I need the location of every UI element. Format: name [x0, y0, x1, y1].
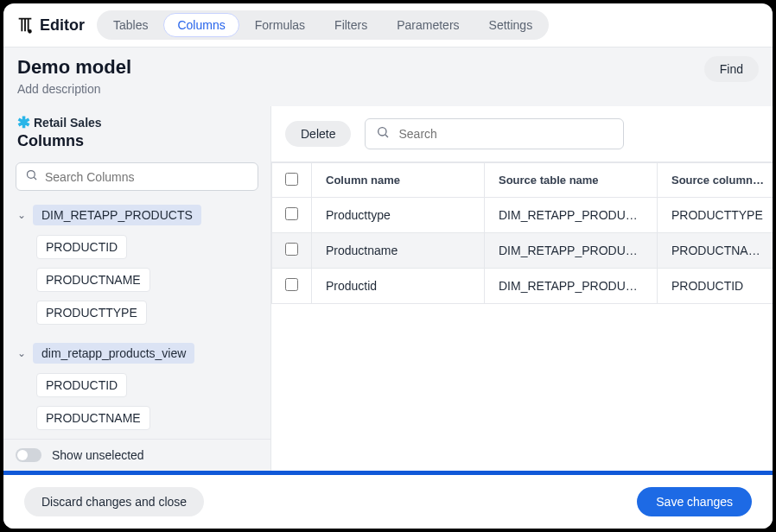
cell-column-name: Producttype — [312, 198, 485, 233]
search-icon — [25, 168, 38, 185]
table-row[interactable]: Producttype DIM_RETAPP_PRODUC... PRODUCT… — [272, 198, 773, 233]
cell-source-column: PRODUCTNAME — [658, 233, 773, 269]
tree-group-label[interactable]: DIM_RETAPP_PRODUCTS — [33, 205, 201, 225]
svg-line-4 — [385, 135, 388, 137]
svg-point-1 — [28, 171, 35, 179]
nav-tabs: Tables Columns Formulas Filters Paramete… — [97, 10, 549, 40]
sidebar-search[interactable] — [16, 162, 258, 191]
select-all-checkbox[interactable] — [285, 173, 298, 186]
col-header-source-column[interactable]: Source column name — [658, 163, 773, 198]
cell-source-table: DIM_RETAPP_PRODUC... — [485, 198, 658, 233]
tree-leaf[interactable]: PRODUCTID — [36, 373, 127, 397]
row-checkbox[interactable] — [285, 243, 298, 256]
chevron-down-icon: ⌄ — [16, 209, 28, 221]
app-logo: Editor — [16, 16, 85, 35]
tree-leaf[interactable]: PRODUCTID — [36, 235, 127, 259]
col-header-name[interactable]: Column name — [312, 163, 485, 198]
sidebar-title: Columns — [17, 132, 257, 150]
delete-button[interactable]: Delete — [285, 121, 351, 147]
tab-filters[interactable]: Filters — [321, 13, 381, 37]
datasource-name: Retail Sales — [34, 116, 102, 130]
model-description[interactable]: Add description — [17, 82, 131, 96]
show-unselected-toggle[interactable] — [16, 448, 41, 462]
chevron-down-icon: ⌄ — [16, 347, 28, 359]
tab-settings[interactable]: Settings — [475, 13, 547, 37]
cell-source-column: PRODUCTTYPE — [658, 198, 773, 233]
datasource-label: ✱ Retail Sales — [17, 115, 257, 130]
svg-point-0 — [29, 30, 31, 33]
cell-column-name: Productid — [312, 269, 485, 304]
save-button[interactable]: Save changes — [637, 487, 752, 516]
table-row[interactable]: Productname DIM_RETAPP_PRODUC... PRODUCT… — [272, 233, 773, 269]
row-checkbox[interactable] — [285, 207, 298, 220]
discard-button[interactable]: Discard changes and close — [24, 487, 204, 516]
table-row[interactable]: Productid DIM_RETAPP_PRODUC... PRODUCTID — [272, 269, 773, 304]
find-button[interactable]: Find — [704, 56, 759, 82]
tab-parameters[interactable]: Parameters — [383, 13, 473, 37]
cell-source-table: DIM_RETAPP_PRODUC... — [485, 233, 658, 269]
svg-line-2 — [34, 177, 36, 180]
tree-group-label[interactable]: dim_retapp_products_view — [33, 343, 194, 364]
tab-tables[interactable]: Tables — [99, 13, 162, 37]
tree-group[interactable]: ⌄ dim_retapp_products_view — [16, 343, 262, 364]
tree-leaf[interactable]: PRODUCTNAME — [36, 268, 150, 292]
logo-icon — [16, 16, 35, 35]
tab-formulas[interactable]: Formulas — [241, 13, 319, 37]
cell-source-table: DIM_RETAPP_PRODUC... — [485, 269, 658, 304]
cell-source-column: PRODUCTID — [658, 269, 773, 304]
tree-group[interactable]: ⌄ DIM_RETAPP_PRODUCTS — [16, 205, 262, 225]
cell-column-name: Productname — [312, 233, 485, 269]
svg-point-3 — [378, 128, 386, 136]
tree-leaf[interactable]: PRODUCTNAME — [36, 406, 150, 430]
app-title: Editor — [40, 16, 85, 35]
snowflake-icon: ✱ — [17, 115, 30, 130]
search-icon — [376, 125, 390, 142]
content-search[interactable] — [365, 118, 624, 149]
show-unselected-label: Show unselected — [52, 448, 144, 462]
content-search-input[interactable] — [398, 127, 613, 141]
tab-columns[interactable]: Columns — [163, 13, 239, 37]
tree-leaf[interactable]: PRODUCTTYPE — [36, 301, 147, 325]
model-title: Demo model — [17, 56, 131, 79]
col-header-source-table[interactable]: Source table name — [485, 163, 658, 198]
sidebar-search-input[interactable] — [45, 170, 249, 184]
columns-table: Column name Source table name Source col… — [271, 162, 773, 304]
row-checkbox[interactable] — [285, 278, 298, 291]
